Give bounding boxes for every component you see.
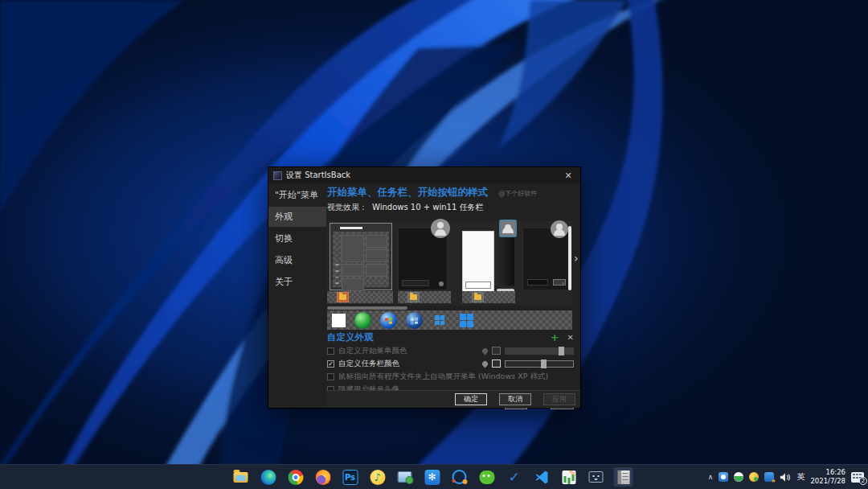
pc-manager-icon[interactable] (395, 467, 415, 487)
start-button-green-orb[interactable] (354, 312, 371, 329)
checkbox-label: 自定义开始菜单颜色 (338, 346, 407, 356)
section-close-icon[interactable]: ✕ (567, 333, 574, 342)
taskbar-preview-folder-button (407, 292, 420, 302)
chevron-right-icon[interactable]: › (574, 252, 579, 265)
keyboard-keys-icon (853, 474, 855, 475)
qq-music-icon[interactable]: ♪ (368, 467, 387, 487)
color-swatch[interactable] (492, 360, 501, 368)
checkbox-unchecked[interactable] (327, 347, 334, 355)
taskbar-preview-selected[interactable] (327, 291, 393, 303)
thumbnail-horizontal-scrollbar[interactable] (327, 306, 407, 310)
tray-time: 16:26 (810, 468, 845, 477)
remote-desktop-icon[interactable] (587, 467, 606, 487)
chrome-icon[interactable] (286, 467, 305, 487)
sidebar-item-switching[interactable]: 切换 (268, 228, 326, 249)
color-droplet-icon[interactable] (481, 347, 489, 355)
system-tray: ∧ 英 16:26 2021/7/28 2 (708, 465, 864, 489)
user-avatar-icon (551, 220, 568, 238)
touch-keyboard-icon[interactable]: 2 (851, 472, 864, 483)
sidebar-item-start-menu[interactable]: "开始"菜单 (268, 185, 326, 205)
start-button-win7-orb[interactable] (380, 312, 397, 329)
folder-icon (339, 294, 346, 300)
style-thumbnail-windows10-selected[interactable] (330, 223, 392, 290)
taskbar: Ps ♪ ✻ ✓ ∧ 英 16:26 (0, 464, 868, 489)
window-title: 设置 StartIsBack (286, 170, 350, 181)
tray-app-icon-3[interactable] (749, 472, 759, 482)
firefox-icon[interactable] (313, 467, 333, 487)
taskbar-app-icons: Ps ♪ ✻ ✓ (231, 467, 633, 487)
blue-check-app-icon[interactable]: ✓ (505, 467, 524, 487)
folder-icon (474, 294, 481, 300)
tray-app-icon-4[interactable] (764, 472, 774, 482)
ps-logo-icon: Ps (342, 470, 358, 485)
vscode-icon[interactable] (532, 467, 551, 487)
thumb-search-box (402, 280, 429, 286)
checkbox-auto-expand-all-programs[interactable]: 鼠标指向所有程序文件夹上自动展开菜单 (Windows XP 样式) (327, 371, 574, 382)
close-icon[interactable]: ✕ (561, 171, 575, 181)
slider-thumb[interactable] (559, 347, 564, 355)
start-button-win8-orb[interactable] (406, 312, 423, 329)
start-button-win10-small[interactable] (435, 315, 444, 325)
sidebar-item-advanced[interactable]: 高级 (268, 250, 326, 270)
style-thumbnail-strip: › (327, 221, 572, 306)
qq-icon[interactable] (450, 467, 469, 487)
hidden-icons-chevron-icon[interactable]: ∧ (708, 473, 714, 481)
start-button-style-row (327, 310, 572, 330)
desktop: 设置 StartIsBack ✕ "开始"菜单 外观 切换 高级 关于 开始菜单… (0, 0, 868, 489)
chart-pencil-icon (562, 471, 575, 484)
vscode-logo-icon (534, 470, 549, 485)
cancel-button[interactable]: 取消 (499, 393, 531, 405)
apply-button[interactable]: 应用 (543, 393, 575, 405)
checkbox-unchecked[interactable] (327, 373, 334, 380)
sidebar-item-about[interactable]: 关于 (268, 272, 326, 292)
checkbox-checked[interactable]: ✓ (327, 360, 334, 368)
start-button-win10-large[interactable] (460, 314, 473, 327)
slider-thumb[interactable] (541, 360, 547, 368)
wechat-bubble-icon (479, 471, 494, 484)
stock-notes-icon[interactable] (559, 467, 579, 487)
title-bar[interactable]: 设置 StartIsBack ✕ (268, 167, 580, 183)
ime-indicator[interactable]: 英 (796, 471, 805, 483)
thumb-menu-header (340, 227, 362, 229)
style-thumbnail-dark-menu-2[interactable]: › (522, 228, 569, 290)
startisback-settings-taskbar-icon[interactable] (614, 467, 633, 487)
thumb-search-pill (527, 279, 548, 286)
tray-app-icon-2[interactable] (734, 472, 743, 482)
slider-track (505, 360, 574, 368)
start-button-plain-white[interactable] (332, 314, 346, 327)
ok-button[interactable]: 确定 (455, 393, 487, 405)
star-app-icon[interactable]: ✻ (423, 467, 442, 487)
volume-icon[interactable] (780, 472, 791, 483)
visual-effect-label: 视觉效果： (327, 203, 367, 212)
music-note-icon: ♪ (370, 470, 385, 485)
thumb-tiles-area (333, 232, 389, 287)
color-swatch[interactable] (492, 347, 501, 355)
photoshop-icon[interactable]: Ps (341, 467, 360, 487)
clock[interactable]: 16:26 2021/7/28 (810, 468, 845, 485)
style-thumbnail-light-menu[interactable] (462, 228, 515, 292)
watermark-text: @下个好软件 (498, 190, 537, 197)
sidebar-item-appearance[interactable]: 外观 (268, 207, 326, 227)
add-icon[interactable]: + (551, 331, 559, 343)
color-droplet-icon[interactable] (481, 360, 489, 368)
taskbar-preview-folder-button (472, 292, 484, 302)
taskbar-preview-2[interactable] (398, 291, 451, 303)
visual-effect-value[interactable]: Windows 10 + win11 任务栏 (372, 203, 483, 212)
edge-icon[interactable] (259, 467, 278, 487)
thumb-search-box (465, 281, 491, 289)
thumb-right-column (495, 236, 514, 286)
wechat-icon[interactable] (477, 467, 497, 487)
taskbar-preview-3[interactable] (462, 291, 515, 303)
monitor-face-icon (589, 471, 604, 483)
opacity-slider-start-menu[interactable] (505, 347, 574, 355)
ledger-icon (617, 471, 629, 484)
opacity-slider-taskbar[interactable] (505, 360, 574, 368)
chrome-ring-icon (288, 470, 303, 485)
style-thumbnail-dark-menu[interactable] (398, 228, 448, 290)
notification-badge: 2 (859, 477, 867, 485)
tray-date: 2021/7/28 (810, 477, 845, 486)
thumb-tile-grid (342, 235, 387, 286)
tray-app-icon-1[interactable] (719, 472, 728, 482)
thumbnail-vertical-scrollbar[interactable] (568, 226, 571, 290)
file-explorer-icon[interactable] (231, 467, 251, 487)
